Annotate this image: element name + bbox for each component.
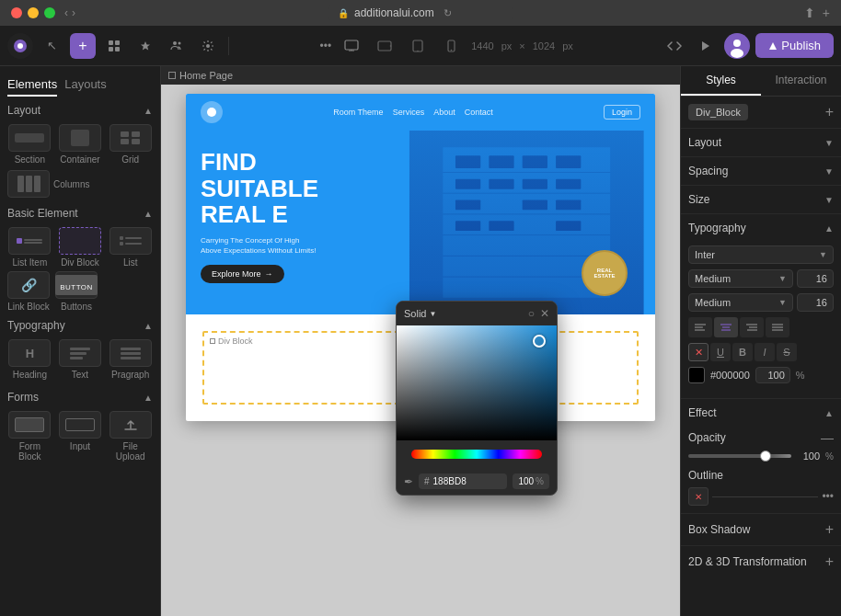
- outline-header-row: Outline: [688, 469, 834, 482]
- form-block-element[interactable]: Form Block: [7, 411, 52, 462]
- color-swatch[interactable]: [688, 367, 705, 383]
- opacity-value: 100: [797, 451, 820, 462]
- font-weight-select2[interactable]: Medium ▼: [688, 293, 793, 312]
- more-options[interactable]: •••: [320, 40, 332, 52]
- basic-toggle[interactable]: ▲: [144, 209, 153, 219]
- opacity-slider[interactable]: [688, 454, 791, 458]
- outline-remove-btn[interactable]: ✕: [688, 487, 709, 506]
- layout-section-header[interactable]: Layout ▼: [681, 129, 841, 156]
- strikethrough-btn[interactable]: S: [777, 343, 797, 361]
- align-right-btn[interactable]: [740, 317, 764, 337]
- grid-element[interactable]: Grid: [108, 124, 153, 165]
- desktop-view[interactable]: [339, 33, 364, 59]
- nav-cta[interactable]: Login: [604, 105, 640, 120]
- color-opacity-input[interactable]: 100: [755, 367, 790, 383]
- box-shadow-add-btn[interactable]: +: [825, 521, 834, 538]
- paragraph-element[interactable]: Pragraph: [108, 339, 153, 380]
- resolution-width: 1440: [471, 40, 493, 51]
- settings-tool[interactable]: [195, 33, 221, 59]
- opacity-thumb[interactable]: [760, 451, 771, 462]
- cp-eyedropper-icon[interactable]: ✒: [404, 475, 413, 488]
- publish-button[interactable]: Publish: [755, 33, 834, 58]
- cp-reset-icon[interactable]: ○: [528, 307, 535, 320]
- cp-close-icon[interactable]: ✕: [540, 307, 549, 320]
- font-size-input1[interactable]: 16: [797, 269, 834, 288]
- heading-element[interactable]: H Heading: [7, 339, 52, 380]
- mobile-view[interactable]: [438, 33, 464, 59]
- traffic-light-red[interactable]: [11, 7, 22, 18]
- symbol-tool[interactable]: [132, 33, 158, 59]
- list-item-element[interactable]: List Item: [7, 227, 52, 268]
- outline-more-btn[interactable]: •••: [822, 490, 834, 503]
- transform-add-btn[interactable]: +: [825, 553, 834, 570]
- div-block-element[interactable]: Div Block: [58, 227, 103, 268]
- cp-opacity-value: 100: [518, 476, 534, 486]
- tab-styles[interactable]: Styles: [681, 66, 761, 96]
- underline-btn[interactable]: U: [710, 343, 731, 361]
- list-item-label: List Item: [12, 257, 47, 268]
- link-block-element[interactable]: 🔗 Link Block: [7, 271, 50, 312]
- spacing-section-header[interactable]: Spacing ▼: [681, 157, 841, 185]
- add-tool[interactable]: +: [70, 33, 96, 59]
- people-tool[interactable]: [164, 33, 190, 59]
- section-element[interactable]: Section: [7, 124, 52, 165]
- typography-toggle[interactable]: ▲: [144, 321, 153, 331]
- user-avatar[interactable]: [724, 33, 750, 59]
- grid-label: Grid: [121, 154, 139, 165]
- align-justify-btn[interactable]: [766, 317, 789, 337]
- buttons-element[interactable]: BUTTON Buttons: [55, 271, 98, 312]
- tablet-portrait-view[interactable]: [405, 33, 431, 59]
- new-tab-icon[interactable]: +: [823, 6, 830, 20]
- back-button[interactable]: ‹: [64, 6, 68, 19]
- input-element[interactable]: Input: [58, 411, 103, 462]
- traffic-light-green[interactable]: [44, 7, 55, 18]
- font-size-input2[interactable]: 16: [797, 293, 834, 312]
- text-element[interactable]: Text: [58, 339, 103, 380]
- italic-btn[interactable]: I: [755, 343, 775, 361]
- columns-element[interactable]: Columns: [7, 168, 153, 200]
- code-view-button[interactable]: [662, 33, 687, 59]
- hero-cta-button[interactable]: Explore More →: [201, 265, 284, 283]
- cp-hex-input[interactable]: # 188BD8: [419, 473, 507, 489]
- forward-button[interactable]: ›: [72, 6, 75, 19]
- cursor-tool[interactable]: ↖: [39, 33, 64, 59]
- tab-layouts[interactable]: Layouts: [64, 74, 107, 97]
- svg-rect-12: [413, 40, 422, 51]
- effect-section-header[interactable]: Effect ▲: [681, 399, 841, 427]
- refresh-icon[interactable]: ↻: [444, 7, 452, 19]
- tab-interaction[interactable]: Interaction: [761, 66, 841, 96]
- cp-mode-chevron: ▼: [429, 310, 436, 318]
- font-family-select[interactable]: Inter ▼: [688, 245, 834, 264]
- bold-btn[interactable]: B: [732, 343, 753, 361]
- opacity-minus-btn[interactable]: —: [821, 430, 834, 445]
- tab-elements[interactable]: Elements: [7, 74, 57, 97]
- cp-mode[interactable]: Solid ▼: [404, 308, 436, 319]
- container-element[interactable]: Container: [58, 124, 103, 165]
- cp-hue-slider[interactable]: [411, 450, 542, 459]
- text-align-row: [688, 317, 834, 337]
- canvas-wrapper[interactable]: Room Theme Services About Contact Login …: [161, 85, 680, 616]
- traffic-light-yellow[interactable]: [28, 7, 39, 18]
- cp-opacity-input[interactable]: 100 %: [513, 473, 549, 489]
- cp-color-selector[interactable]: [533, 335, 546, 348]
- file-upload-element[interactable]: File Upload: [108, 411, 153, 462]
- align-center-btn[interactable]: [714, 317, 738, 337]
- columns-label: Columns: [53, 179, 89, 189]
- add-style-button[interactable]: +: [825, 104, 834, 120]
- share-icon[interactable]: ⬆: [804, 6, 815, 20]
- preview-button[interactable]: [693, 33, 719, 59]
- typography-section-header[interactable]: Typography ▲: [681, 214, 841, 242]
- align-left-btn[interactable]: [688, 317, 712, 337]
- font-weight-select1[interactable]: Medium ▼: [688, 269, 793, 288]
- color-picker[interactable]: Solid ▼ ○ ✕ ✒ #: [396, 301, 558, 496]
- forms-toggle[interactable]: ▲: [144, 393, 153, 403]
- size-section-header[interactable]: Size ▼: [681, 186, 841, 213]
- layout-toggle[interactable]: ▲: [144, 106, 153, 116]
- text-clear-btn[interactable]: ✕: [688, 343, 709, 361]
- component-tool[interactable]: [101, 33, 127, 59]
- list-element[interactable]: List: [108, 227, 153, 268]
- tablet-landscape-view[interactable]: [372, 33, 397, 59]
- url-bar[interactable]: 🔒 additionalui.com ↻: [328, 4, 513, 22]
- layout-section-title: Layout: [7, 104, 40, 117]
- cp-gradient-field[interactable]: [397, 325, 557, 440]
